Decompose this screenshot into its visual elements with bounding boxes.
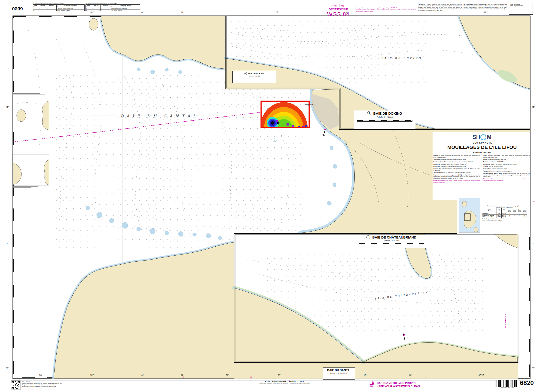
inset-b-letter-badge: B bbox=[366, 235, 370, 239]
corrections-table-fr: Les corrections ci-dessous ont été porté… bbox=[33, 3, 84, 11]
chart-projection: Projection : Mercator bbox=[434, 151, 531, 153]
soundings-speckle bbox=[53, 74, 305, 250]
datum-value: WGS 84 bbox=[322, 11, 355, 18]
shom-logo-right: M bbox=[487, 134, 491, 140]
inset-a-small-label-box: A BAIE DE DOKING Échelle 1 : 20 000 bbox=[233, 71, 276, 83]
standards-head: Carte établie aux normes internationales bbox=[463, 3, 487, 5]
corrections-table-en-caption: The following corrections have been reco… bbox=[85, 3, 140, 4]
shom-logo-left: SH bbox=[473, 134, 480, 140]
place-label-chepenehe: Chépénéhé bbox=[305, 104, 314, 106]
table-row: 2——Corrections recorded on this chart bbox=[86, 8, 140, 9]
corrections-table-fr-caption: Les corrections ci-dessous ont été porté… bbox=[33, 3, 84, 4]
inset-a-small-name: BAIE DE DOKING bbox=[248, 72, 264, 75]
inset-b-scale-bar bbox=[359, 243, 424, 244]
inset-a-scale: Échelle 1 : 20 000 bbox=[354, 116, 416, 118]
locator-map bbox=[459, 198, 480, 233]
main-chart-label-box: BAIE DU SANTAL Échelle 1 : 35 000 (20° 5… bbox=[323, 367, 355, 379]
clean-sea-fr: GARDEZ VOTRE MER PROPRE bbox=[377, 381, 420, 385]
chart-number-top-left: 6820 bbox=[12, 6, 23, 12]
nautical-chart-page: 6820 Les corrections ci-dessous ont été … bbox=[0, 0, 546, 392]
chart-notes-fr: Sondes en mètres, rapportées au niveau d… bbox=[434, 155, 480, 184]
table-row: 21——Corrections recorded on this chart bbox=[86, 6, 140, 8]
copyright-note: © 2015 Shom - France. Tous droits réserv… bbox=[418, 3, 462, 11]
shom-logo: SH M bbox=[434, 134, 531, 140]
anchorage-anchor-icon: ⚓ bbox=[273, 138, 277, 142]
clean-sea-slogan: GARDEZ VOTRE MER PROPRE KEEP YOUR WATERW… bbox=[377, 381, 420, 388]
chart-number-bottom-right: 6820 bbox=[520, 379, 534, 387]
tide-note-en: Tides are semi-diurnal with diurnal ineq… bbox=[482, 220, 527, 221]
tide-table-title-en: Tidal levels referred to Chart Datum bbox=[482, 207, 527, 208]
geodetic-datum-box: SYSTÈME GÉODÉSIQUE WGS 84 bbox=[321, 5, 356, 18]
inset-a-letter-badge: A bbox=[244, 72, 247, 75]
title-block: SH M ÎLES LOYAUTÉ MOUILLAGES DE L'ÎLE LI… bbox=[434, 134, 531, 184]
main-chart-name: BAIE DU SANTAL bbox=[323, 369, 355, 372]
tide-row: Chépénéhé20°47'167°09'1,21,20,70,1 bbox=[482, 213, 527, 214]
barcode-digits: 3 518080 06320 bbox=[494, 387, 520, 389]
main-chart-scale: Échelle 1 : 35 000 (20° 50') bbox=[323, 372, 355, 374]
tide-row: Châteaubriand (Wé)20°55'167°16'1,31,20,7… bbox=[482, 216, 527, 218]
table-row: 1——Year · week · notice no bbox=[86, 9, 140, 11]
clean-sea-en: KEEP YOUR WATERWAYS CLEAN bbox=[377, 385, 420, 388]
table-row: 2——Corrections portées sur cette carte bbox=[33, 8, 84, 9]
inset-a-name: BAIE DE DOKING bbox=[373, 111, 402, 115]
sea-label-baie-du-santal: BAIE DU SANTAL bbox=[121, 114, 198, 118]
small-corrections-box: Petites corrections Voir le GAN hebdomad… bbox=[509, 3, 533, 14]
inset-b-scale: Échelle 1 : 20 000 bbox=[357, 240, 426, 242]
chepenehe-wharf bbox=[322, 129, 326, 136]
chart-title: MOUILLAGES DE L'ÎLE LIFOU bbox=[434, 144, 531, 150]
inset-b-name: BAIE DE CHÂTEAUBRIAND bbox=[372, 235, 416, 239]
shom-logo-ring-icon bbox=[480, 134, 486, 140]
publication-note: Shom — Publication 1993 — Édition n° 2 -… bbox=[220, 380, 349, 384]
chart-canvas bbox=[0, 0, 546, 392]
qr-note: 2015 — 43204 Les avis de correction publ… bbox=[22, 381, 91, 387]
tide-table: Hauteurs de marées rapportées au zéro hy… bbox=[482, 205, 527, 221]
chart-notes: Sondes en mètres, rapportées au niveau d… bbox=[434, 155, 531, 184]
table-row: 1——Année · semaine · n° d'avis bbox=[33, 9, 84, 11]
qr-code-icon bbox=[11, 380, 20, 390]
datum-title: SYSTÈME GÉODÉSIQUE bbox=[322, 5, 355, 11]
inset-a-small-scale: Échelle 1 : 20 000 bbox=[233, 75, 276, 77]
inset-a-label-box: A BAIE DE DOKING Échelle 1 : 20 000 bbox=[354, 111, 416, 129]
chart-notes-en: Depths in metres, reduced to Chart Datum… bbox=[483, 155, 530, 184]
barcode bbox=[495, 380, 518, 387]
tide-row: Mouillage de Gaatcha20°46'167°07'1,21,20… bbox=[482, 215, 527, 216]
mini-inset-1 bbox=[11, 92, 49, 130]
source-line: La plus grande partie des levés utilisés… bbox=[220, 383, 349, 384]
datum-note: Les positions rapportées au système géod… bbox=[356, 7, 416, 13]
chart-region: ÎLES LOYAUTÉ bbox=[434, 142, 531, 144]
corrections-table-en: The following corrections have been reco… bbox=[85, 3, 140, 11]
tide-span-header: Hauteurs / Heights (m) bbox=[507, 208, 526, 210]
standards-note: Carte établie aux normes internationales… bbox=[463, 3, 507, 9]
inset-a-scale-bar bbox=[357, 120, 412, 122]
mini-inset-2 bbox=[11, 154, 49, 188]
inset-b-label-box: B BAIE DE CHÂTEAUBRIAND Échelle 1 : 20 0… bbox=[357, 235, 426, 248]
publication-line: Shom — Publication 1993 — Édition n° 2 -… bbox=[220, 380, 349, 383]
inset-a-letter-badge-large: A bbox=[367, 111, 371, 115]
sea-label-baie-de-doking: BAIE DE DOKING bbox=[381, 57, 422, 59]
table-row: 21——Corrections portées sur cette carte bbox=[33, 6, 84, 8]
trash-icon bbox=[370, 381, 374, 388]
